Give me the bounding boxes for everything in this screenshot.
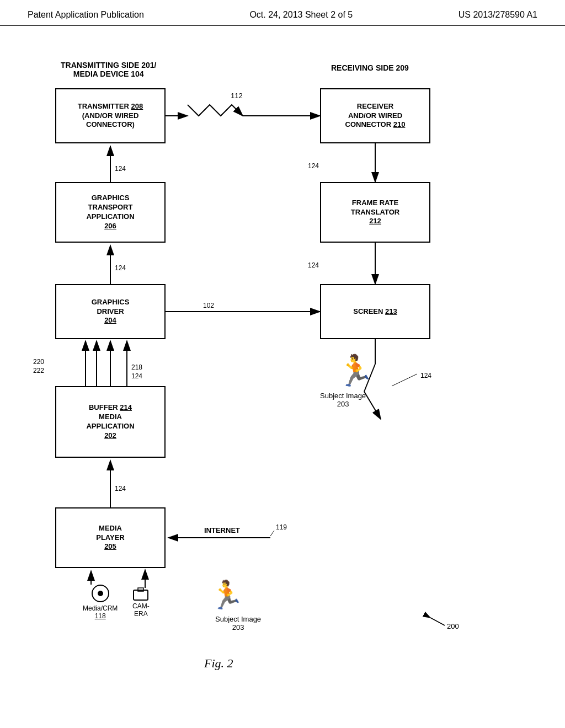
subject-image-top-label: Subject Image 203 <box>320 392 366 408</box>
camera-icon-container: CAM- ERA <box>132 587 150 618</box>
svg-text:124: 124 <box>308 261 319 269</box>
running-figure-bottom: 🏃 <box>210 579 244 611</box>
transmitting-side-label: TRANSMITTING SIDE 201/ MEDIA DEVICE 104 <box>61 61 156 78</box>
svg-text:102: 102 <box>203 302 214 309</box>
running-figure-top: 🏃 <box>337 353 375 389</box>
figure-label: Fig. 2 <box>204 656 233 671</box>
svg-line-29 <box>392 374 417 386</box>
page-header: Patent Application Publication Oct. 24, … <box>0 0 565 26</box>
media-player-box: MEDIA PLAYER 205 <box>55 507 166 568</box>
svg-line-27 <box>364 392 381 419</box>
svg-text:INTERNET: INTERNET <box>204 526 240 534</box>
receiving-side-label: RECEIVING SIDE 209 <box>331 63 409 72</box>
page: Patent Application Publication Oct. 24, … <box>0 0 565 728</box>
svg-text:124: 124 <box>308 162 319 170</box>
header-left: Patent Application Publication <box>28 10 144 20</box>
svg-text:124: 124 <box>131 372 142 380</box>
svg-text:124: 124 <box>420 372 431 379</box>
svg-text:124: 124 <box>115 264 126 272</box>
svg-text:218: 218 <box>131 363 142 371</box>
screen-box: SCREEN 213 <box>320 284 430 339</box>
header-center: Oct. 24, 2013 Sheet 2 of 5 <box>249 10 353 20</box>
graphics-transport-box: GRAPHICS TRANSPORT APPLICATION 206 <box>55 182 166 243</box>
svg-line-35 <box>430 618 445 625</box>
svg-text:124: 124 <box>115 165 126 173</box>
svg-text:220: 220 <box>33 358 44 366</box>
buffer-media-app-box: BUFFER 214 MEDIA APPLICATION 202 <box>55 386 166 458</box>
svg-text:112: 112 <box>231 92 243 100</box>
svg-text:119: 119 <box>276 523 287 531</box>
frame-rate-translator-box: FRAME RATE TRANSLATOR 212 <box>320 182 430 243</box>
media-crm-icon: Media/CRM 118 <box>83 585 118 620</box>
svg-text:124: 124 <box>115 485 126 493</box>
svg-text:222: 222 <box>33 367 44 374</box>
patent-diagram: TRANSMITTING SIDE 201/ MEDIA DEVICE 104 … <box>0 33 565 728</box>
svg-line-33 <box>270 531 274 536</box>
header-right: US 2013/278590 A1 <box>459 10 537 20</box>
receiver-box: RECEIVER AND/OR WIRED CONNECTOR 210 <box>320 88 430 143</box>
svg-text:200: 200 <box>447 622 459 630</box>
graphics-driver-box: GRAPHICS DRIVER 204 <box>55 284 166 339</box>
transmitter-box: TRANSMITTER 208 (AND/OR WIRED CONNECTOR) <box>55 88 166 143</box>
subject-image-bottom-label: Subject Image 203 <box>215 615 261 631</box>
